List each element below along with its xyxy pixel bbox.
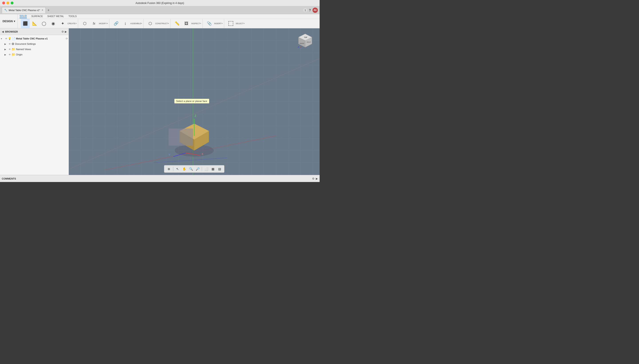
- parameters-icon: fx: [93, 22, 95, 25]
- inspect-label: INSPECT ▾: [191, 22, 201, 24]
- tree-item-origin[interactable]: ▶ 👁 📁 Origin: [0, 52, 69, 57]
- tree-item-doc-settings[interactable]: ▶ 👁 ⚙ Document Settings: [0, 41, 69, 46]
- window-title: Autodesk Fusion 360 (Expiring in 4 days): [136, 2, 184, 5]
- tab-close-button[interactable]: ✕: [42, 9, 43, 11]
- measure-icon: 📏: [175, 22, 179, 26]
- form-icon: ◯: [42, 22, 46, 26]
- svg-text:Z: Z: [195, 114, 196, 118]
- design-mode-button[interactable]: DESIGN ▾: [0, 14, 18, 28]
- visibility-icon-named-views[interactable]: 👁: [9, 48, 11, 50]
- view-cube-svg: TOP RIGHT FRONT Z Y: [297, 33, 313, 48]
- cursor-button[interactable]: ↖: [175, 166, 180, 172]
- folder-icon-origin: 📁: [12, 53, 15, 56]
- construct-plane-button[interactable]: ⬡: [146, 19, 155, 28]
- separator-2: [202, 167, 202, 171]
- tabbar-right: 1 ? AE: [303, 8, 318, 13]
- tab-label: Metal Table CNC Plasma v1*: [9, 9, 40, 12]
- form-button[interactable]: ◯: [40, 19, 48, 28]
- svg-text:Y: Y: [300, 46, 301, 48]
- insert-button[interactable]: 📎: [205, 19, 214, 28]
- new-tab-button[interactable]: +: [48, 8, 50, 12]
- minimize-button[interactable]: [7, 2, 9, 4]
- close-button[interactable]: [2, 2, 5, 4]
- select-button[interactable]: [227, 19, 235, 28]
- grid-toggle-button[interactable]: ▦: [210, 166, 216, 172]
- visibility-icon-settings[interactable]: 👁: [9, 43, 11, 45]
- pattern-button[interactable]: ✦: [58, 19, 67, 28]
- tab-solid[interactable]: SOLID: [20, 15, 27, 18]
- svg-text:TOP: TOP: [304, 36, 307, 38]
- pan-button[interactable]: ✋: [181, 166, 187, 172]
- parameters-button[interactable]: fx: [90, 19, 99, 28]
- modify-label: MODIFY ▾: [99, 22, 108, 24]
- tab-tools[interactable]: TOOLS: [68, 15, 77, 18]
- browser-sidebar: ◀ BROWSER ⚙ ▶ ▾ 👁 💡 📄 Metal Table CNC Pl…: [0, 28, 69, 175]
- browser-tree: ▾ 👁 💡 📄 Metal Table CNC Plasma v1 ⟳ ▶ 👁 …: [0, 35, 69, 175]
- svg-text:Y: Y: [168, 154, 170, 156]
- tree-item-named-views[interactable]: ▶ 👁 📁 Named Views: [0, 46, 69, 52]
- asbuilt-icon: ↕: [124, 22, 126, 26]
- section-button[interactable]: 🖼: [182, 19, 191, 28]
- visual-style-button[interactable]: ▤: [217, 166, 223, 172]
- press-pull-button[interactable]: ⬡: [80, 19, 89, 28]
- select-group: SELECT ▾: [225, 19, 246, 28]
- pattern-icon: ✦: [61, 22, 64, 26]
- separator-1: [173, 167, 173, 171]
- new-component-button[interactable]: ⬛: [21, 19, 30, 28]
- comments-expand-icon[interactable]: ▶: [316, 177, 318, 180]
- toolbar-tabs: SOLID SURFACE SHEET METAL TOOLS ⬛ 📐 ◯ ◉: [18, 14, 320, 28]
- document-tab[interactable]: 🔧 Metal Table CNC Plasma v1* ✕: [2, 7, 46, 13]
- new-component-icon: ⬛: [23, 22, 28, 26]
- asbuilt-button[interactable]: ↕: [121, 19, 130, 28]
- measure-button[interactable]: 📏: [173, 19, 181, 28]
- lightbulb-icon-root[interactable]: 💡: [8, 37, 11, 40]
- section-icon: 🖼: [184, 22, 188, 26]
- insert-group: 📎 INSERT ▾: [203, 19, 224, 28]
- folder-icon-named-views: 📁: [12, 48, 15, 51]
- named-views-label: Named Views: [16, 48, 68, 50]
- sidebar-settings-icon[interactable]: ⚙: [62, 30, 64, 33]
- document-icon-root: 📄: [12, 37, 15, 40]
- sidebar-header: ◀ BROWSER ⚙ ▶: [0, 28, 69, 35]
- toolbar: DESIGN ▾ SOLID SURFACE SHEET METAL TOOLS…: [0, 14, 320, 28]
- notification-badge: 1: [303, 8, 307, 12]
- user-avatar[interactable]: AE: [313, 8, 318, 13]
- visibility-icon-origin[interactable]: 👁: [9, 54, 11, 56]
- tab-sheet-metal[interactable]: SHEET METAL: [47, 15, 64, 18]
- sketch-button[interactable]: 📐: [30, 19, 39, 28]
- sync-icon[interactable]: ⟳: [66, 37, 68, 40]
- comments-settings-icon[interactable]: ⚙: [312, 177, 315, 180]
- zoom-in-button[interactable]: 🔍: [188, 166, 194, 172]
- titlebar: Autodesk Fusion 360 (Expiring in 4 days): [0, 0, 320, 6]
- sidebar-collapse-button[interactable]: ◀: [2, 30, 4, 33]
- origin-label: Origin: [16, 53, 68, 56]
- construct-label: CONSTRUCT ▾: [155, 22, 169, 24]
- display-mode-button[interactable]: ⬜: [203, 166, 209, 172]
- sidebar-expand-icon[interactable]: ▶: [65, 30, 67, 33]
- tree-item-root[interactable]: ▾ 👁 💡 📄 Metal Table CNC Plasma v1 ⟳: [0, 36, 69, 41]
- root-label: Metal Table CNC Plasma v1: [16, 37, 65, 40]
- mesh-button[interactable]: ◉: [49, 19, 58, 28]
- doc-settings-label: Document Settings: [15, 42, 68, 45]
- create-group: ⬛ 📐 ◯ ◉ ✦ CREATE ▾: [20, 19, 78, 28]
- zoom-out-button[interactable]: 🔎: [195, 166, 200, 172]
- view-cube[interactable]: TOP RIGHT FRONT Z Y: [297, 33, 313, 48]
- design-arrow: ▾: [14, 20, 15, 23]
- snap-button[interactable]: ⊕: [166, 166, 172, 172]
- assemble-group: 🔗 ↕ ASSEMBLE ▾: [110, 19, 144, 28]
- joint-button[interactable]: 🔗: [112, 19, 121, 28]
- tree-arrow-origin: ▶: [5, 54, 8, 56]
- sidebar-actions: ⚙ ▶: [62, 30, 67, 33]
- construct-group: ⬡ CONSTRUCT ▾: [144, 19, 170, 28]
- viewport-bottom-toolbar: ⊕ ↖ ✋ 🔍 🔎 ⬜ ▦ ▤: [164, 165, 225, 173]
- tab-surface[interactable]: SURFACE: [31, 15, 43, 18]
- viewport[interactable]: Y X Z Select a plane or planar face TOP …: [69, 28, 320, 175]
- maximize-button[interactable]: [11, 2, 14, 4]
- help-button[interactable]: ?: [309, 8, 311, 12]
- visibility-icon-root[interactable]: 👁: [5, 38, 7, 40]
- main-area: ◀ BROWSER ⚙ ▶ ▾ 👁 💡 📄 Metal Table CNC Pl…: [0, 28, 320, 175]
- svg-text:Z: Z: [298, 46, 299, 48]
- design-label: DESIGN: [3, 20, 13, 23]
- svg-text:X: X: [201, 152, 203, 156]
- select-label: SELECT ▾: [236, 22, 245, 24]
